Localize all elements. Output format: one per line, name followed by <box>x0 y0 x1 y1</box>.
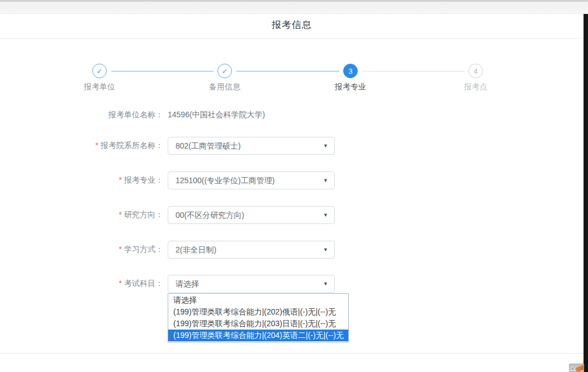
department-select[interactable]: 802(工商管理硕士) ▼ <box>168 137 335 155</box>
required-star: * <box>119 175 122 184</box>
chevron-down-icon: ▼ <box>323 207 328 223</box>
dropdown-option[interactable]: (199)管理类联考综合能力|(203)日语|(-)无|(--)无 <box>168 318 348 330</box>
tray-dots-icon: ┅ <box>571 367 574 371</box>
page-title: 报考信息 <box>0 18 584 31</box>
department-select-value: 802(工商管理硕士) <box>176 137 241 154</box>
exam-subjects-label-text: 考试科目： <box>124 279 163 288</box>
unit-name-label: 报考单位名称： <box>0 106 163 123</box>
step-3-circle[interactable]: 3 <box>343 64 358 78</box>
step-1-circle[interactable]: ✓ <box>92 64 107 78</box>
step-4-number: 4 <box>473 67 477 75</box>
application-info-page: { "header": { "title": "报考信息" }, "icons"… <box>0 0 588 372</box>
study-mode-select-value: 2(非全日制) <box>176 241 216 258</box>
stepper-connector-3 <box>362 71 464 71</box>
study-mode-select[interactable]: 2(非全日制) ▼ <box>168 241 335 259</box>
research-direction-select[interactable]: 00(不区分研究方向) ▼ <box>168 206 335 224</box>
step-3-label: 报考专业 <box>335 82 366 92</box>
orange-pen-icon <box>575 365 584 372</box>
step-1-label: 报考单位 <box>84 82 115 92</box>
check-icon: ✓ <box>222 67 228 75</box>
step-2-circle[interactable]: ✓ <box>217 64 232 78</box>
unit-name-value: 14596(中国社会科学院大学) <box>168 106 265 123</box>
stepper-connector-1 <box>111 71 214 71</box>
dropdown-option[interactable]: 请选择 <box>168 294 348 306</box>
chevron-down-icon: ▼ <box>323 137 328 154</box>
bottom-divider <box>0 353 584 354</box>
study-mode-label-text: 学习方式： <box>124 245 163 254</box>
exam-subjects-dropdown: 请选择 (199)管理类联考综合能力|(202)俄语|(-)无|(--)无 (1… <box>168 293 349 342</box>
major-select-value: 125100((专业学位)工商管理) <box>176 172 274 189</box>
study-mode-label: *学习方式： <box>0 241 163 258</box>
major-label: *报考专业： <box>0 171 163 189</box>
system-tray-capture-icon[interactable]: ┅ <box>569 364 584 372</box>
research-direction-label: *研究方向： <box>0 206 163 223</box>
required-star: * <box>119 210 122 219</box>
step-3-number: 3 <box>348 67 352 75</box>
chevron-down-icon: ▼ <box>323 241 328 258</box>
step-4-label: 报考点 <box>464 82 487 92</box>
major-label-text: 报考专业： <box>124 175 163 184</box>
research-direction-select-value: 00(不区分研究方向) <box>176 207 244 223</box>
department-label-text: 报考院系所名称： <box>101 141 163 150</box>
major-select[interactable]: 125100((专业学位)工商管理) ▼ <box>168 171 335 189</box>
stepper-connector-2 <box>236 71 339 71</box>
step-2-label: 备用信息 <box>209 82 240 92</box>
research-direction-label-text: 研究方向： <box>124 210 163 219</box>
dropdown-option-selected[interactable]: (199)管理类联考综合能力|(204)英语二|(-)无|(--)无 <box>168 330 348 341</box>
required-star: * <box>119 245 122 254</box>
department-label: *报考院系所名称： <box>0 137 163 154</box>
window-top-chrome <box>0 0 588 14</box>
step-4-circle[interactable]: 4 <box>468 64 483 78</box>
required-star: * <box>119 279 122 288</box>
window-right-edge <box>584 14 588 372</box>
exam-subjects-select[interactable]: 请选择 ▼ <box>168 275 335 293</box>
chevron-down-icon: ▼ <box>323 275 328 292</box>
dropdown-option[interactable]: (199)管理类联考综合能力|(202)俄语|(-)无|(--)无 <box>168 306 348 318</box>
required-star: * <box>96 141 98 150</box>
page-header: 报考信息 <box>0 14 584 39</box>
exam-subjects-select-value: 请选择 <box>176 275 199 292</box>
exam-subjects-label: *考试科目： <box>0 275 163 292</box>
chevron-down-icon: ▼ <box>323 172 328 189</box>
check-icon: ✓ <box>97 67 103 75</box>
